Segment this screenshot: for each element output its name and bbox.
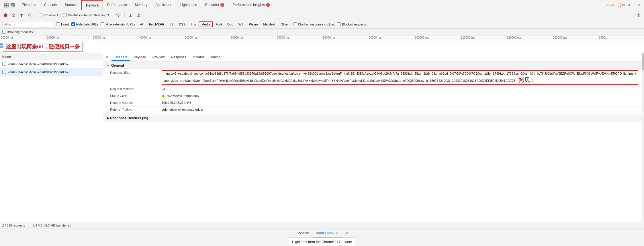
scrollbar-v[interactable] [642, 53, 644, 222]
filter-img[interactable]: Img [188, 22, 199, 27]
svg-line-14 [30, 16, 31, 17]
hide-data-urls-checkbox[interactable] [71, 22, 75, 26]
search-button[interactable] [26, 12, 33, 18]
console-tab-whats-new[interactable]: What's New ✕ [312, 229, 342, 237]
detail-tab-payload[interactable]: Payload [131, 54, 149, 61]
tick-7: 80000 ms [322, 36, 368, 39]
tick-3: 40000 ms [138, 36, 184, 39]
filter-manifest[interactable]: Manifest [261, 22, 278, 27]
cursor-icon [10, 2, 15, 8]
filter-row: Invert Hide data URLs Hide extension URL… [0, 20, 644, 29]
error-badge[interactable]: ⛶ 13 [617, 3, 625, 7]
general-section-header[interactable]: ▼ General [103, 62, 642, 69]
tab-console[interactable]: Console [40, 0, 61, 10]
console-tab-close[interactable]: ✕ [336, 231, 339, 235]
network-row-1[interactable]: ?a=6383&ch=5&cr=3&dr=0&lr=all&cd=0%7... [0, 60, 103, 68]
tab-sources[interactable]: Sources [61, 0, 81, 10]
filter-font[interactable]: Font [213, 22, 224, 27]
status-code-row: Status Code: 302 Moved Temporarily [103, 93, 642, 100]
requests-count: 2 / 698 requests [2, 224, 25, 227]
preserve-log-label[interactable]: Preserve log [39, 13, 61, 17]
response-headers-section[interactable]: ▶ Response Headers (35) [103, 115, 642, 122]
svg-marker-12 [20, 14, 23, 17]
row-url-1: ?a=6383&ch=5&cr=3&dr=0&lr=all&cd=0%7... [8, 62, 71, 66]
filter-doc[interactable]: Doc [225, 22, 236, 27]
detail-tab-response[interactable]: Response [168, 54, 189, 61]
tab-application[interactable]: Application [151, 0, 176, 10]
clear-button[interactable] [10, 12, 17, 18]
svg-point-15 [118, 16, 119, 17]
throttle-control[interactable]: No throttling ▾ [89, 13, 109, 17]
remote-address-value: 106.225.243.219:443 [162, 100, 638, 105]
blocked-requests-checkbox[interactable] [337, 22, 341, 26]
filter-wasm[interactable]: Wasm [246, 22, 261, 27]
filter-ws[interactable]: WS [236, 22, 246, 27]
timeline-marker [178, 41, 178, 53]
disable-cache-checkbox[interactable] [63, 13, 67, 17]
hide-ext-urls-label[interactable]: Hide extension URLs [101, 22, 135, 26]
settings-network-button[interactable] [635, 12, 642, 18]
record-button[interactable] [2, 12, 9, 18]
filter-css[interactable]: CSS [176, 22, 188, 27]
svg-rect-3 [7, 5, 8, 7]
detail-tab-timing[interactable]: Timing [208, 54, 224, 61]
close-icon[interactable]: ✕ [638, 3, 641, 7]
filter-fetch[interactable]: Fetch/XHR [146, 22, 167, 27]
detail-tab-preview[interactable]: Preview [150, 54, 168, 61]
console-content: Highlights from the Chrome 117 update [289, 237, 355, 246]
import-button[interactable] [128, 12, 134, 18]
copy-label: 拷贝： [518, 77, 536, 83]
console-tab-console[interactable]: Console [293, 229, 312, 237]
annotation-box: 这里出现两条url，随便拷贝一条 [3, 42, 83, 51]
tab-perf-insights[interactable]: Performance insights 🔴 [228, 0, 274, 10]
console-close-button[interactable]: ✕ [342, 229, 351, 237]
scrollbar-thumb[interactable] [642, 53, 644, 70]
filter-media[interactable]: Media [199, 22, 213, 27]
row-checkbox-1[interactable] [2, 62, 6, 66]
hide-ext-urls-checkbox[interactable] [101, 22, 104, 26]
blocked-cookies-label[interactable]: Blocked response cookies [293, 22, 335, 26]
detail-tab-headers[interactable]: Headers [111, 54, 130, 61]
section-toggle: ▼ [107, 64, 109, 67]
detail-tab-initiator[interactable]: Initiator [190, 54, 207, 61]
detail-content: ▼ General Request URL: https://v3-web.do… [103, 62, 642, 222]
third-party-label[interactable]: 3rd-party requests [2, 30, 33, 34]
invert-label[interactable]: Invert [56, 22, 69, 26]
settings-icon[interactable]: ⚙ [627, 3, 630, 7]
third-party-checkbox[interactable] [2, 30, 6, 34]
tabs-row: Elements Console Sources Network Perform… [0, 0, 644, 10]
svg-line-11 [12, 14, 15, 16]
filter-icon-button[interactable] [18, 12, 25, 18]
tick-10: 110000 ms [460, 36, 506, 39]
filter-other[interactable]: Other [278, 22, 291, 27]
tab-memory[interactable]: Memory [131, 0, 151, 10]
export-button[interactable] [136, 12, 142, 18]
filter-input[interactable] [2, 21, 54, 27]
more-icon[interactable]: ⋮ [633, 3, 636, 7]
filter-js[interactable]: JS [167, 22, 176, 27]
invert-checkbox[interactable] [56, 22, 60, 26]
tick-0: 10000 ms [0, 36, 46, 39]
tab-elements[interactable]: Elements [18, 0, 40, 10]
blocked-requests-label[interactable]: Blocked requests [337, 22, 366, 26]
preserve-log-checkbox[interactable] [39, 13, 42, 17]
referrer-policy-label: Referrer Policy: [110, 107, 162, 111]
svg-rect-0 [4, 3, 6, 5]
blocked-cookies-checkbox[interactable] [293, 22, 297, 26]
svg-point-9 [4, 13, 7, 17]
tab-performance[interactable]: Performance [103, 0, 131, 10]
row-checkbox-2[interactable] [2, 70, 6, 74]
filter-all[interactable]: All [138, 22, 146, 27]
tick-2: 30000 ms [92, 36, 138, 39]
warning-badge[interactable]: ⚠ 245 [606, 3, 615, 7]
wifi-icon-button[interactable] [115, 12, 122, 18]
network-row-2[interactable]: ?a=6383&ch=5&cr=3&dr=0&lr=all&cd=0%7... [0, 68, 103, 76]
tab-lighthouse[interactable]: Lighthouse [176, 0, 201, 10]
tab-recorder[interactable]: Recorder 🔴 [201, 0, 229, 10]
request-url-value[interactable]: https://v3-web.douyinvod.com/c61cb88d8b3… [164, 72, 636, 82]
request-method-label: Request Method: [110, 87, 162, 91]
disable-cache-label[interactable]: Disable cache [63, 13, 88, 17]
hide-data-urls-label[interactable]: Hide data URLs [71, 22, 99, 26]
tab-network[interactable]: Network [81, 0, 103, 10]
detail-close-button[interactable]: ✕ [105, 55, 109, 59]
